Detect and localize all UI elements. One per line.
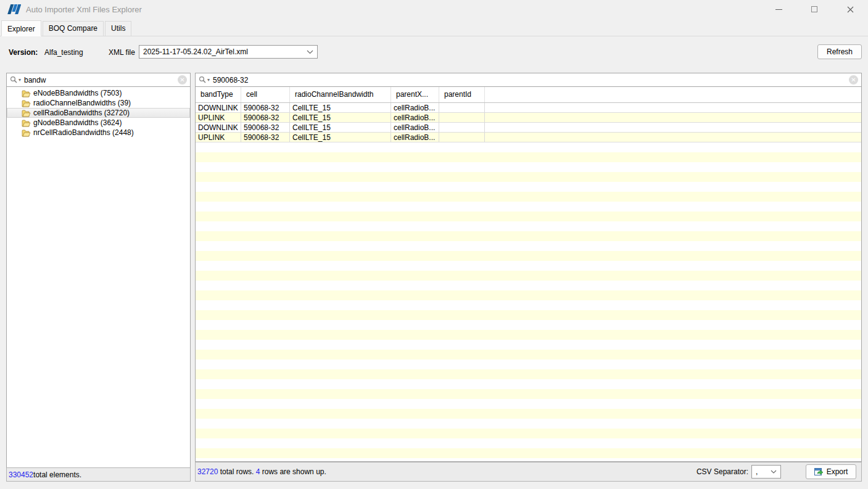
cell-parentx[interactable]: cellRadioB... bbox=[391, 113, 439, 123]
column-header-parentid[interactable]: parentId bbox=[439, 87, 485, 102]
cell-bandtype[interactable]: DOWNLINK bbox=[196, 123, 241, 133]
cell-bandtype[interactable]: UPLINK bbox=[196, 133, 241, 142]
tree-item-label: nrCellRadioBandwidths (2448) bbox=[33, 128, 134, 137]
search-icon[interactable]: ▾ bbox=[10, 76, 21, 84]
cell-parentx[interactable]: cellRadioB... bbox=[391, 103, 439, 113]
search-icon[interactable]: ▾ bbox=[199, 76, 210, 84]
xml-file-selected-value: 2025-11-17-05.24.02_AirTel.xml bbox=[143, 47, 248, 56]
tree-item[interactable]: nrCellRadioBandwidths (2448) bbox=[7, 128, 190, 138]
cell-radiochannelbandwidth[interactable]: CellLTE_15 bbox=[290, 103, 391, 113]
cell-filler bbox=[485, 113, 861, 123]
tree-status-bar: 330452 total elements. bbox=[6, 467, 191, 482]
export-icon bbox=[814, 467, 824, 476]
window-controls bbox=[761, 0, 868, 18]
close-button[interactable] bbox=[832, 0, 868, 18]
table-row[interactable]: DOWNLINK 590068-32 CellLTE_15 cellRadioB… bbox=[196, 103, 861, 113]
folder-icon bbox=[22, 109, 31, 117]
window-title: Auto Importer Xml Files Explorer bbox=[26, 5, 142, 14]
total-rows-label: total rows. bbox=[218, 467, 255, 476]
cell-parentid[interactable] bbox=[439, 113, 485, 123]
tab-bar: Explorer BOQ Compare Utils bbox=[0, 20, 868, 36]
export-button-label: Export bbox=[827, 467, 848, 476]
cell-parentid[interactable] bbox=[439, 123, 485, 133]
cell-radiochannelbandwidth[interactable]: CellLTE_15 bbox=[290, 113, 391, 123]
cell-bandtype[interactable]: UPLINK bbox=[196, 113, 241, 123]
tree-item-label: radioChannelBandwidths (39) bbox=[33, 99, 131, 107]
tab-boq-compare[interactable]: BOQ Compare bbox=[43, 21, 104, 36]
cell-parentx[interactable]: cellRadioB... bbox=[391, 133, 439, 142]
cell-cell[interactable]: 590068-32 bbox=[241, 123, 290, 133]
chevron-down-icon bbox=[307, 50, 313, 54]
cell-radiochannelbandwidth[interactable]: CellLTE_15 bbox=[290, 133, 391, 142]
tab-utils[interactable]: Utils bbox=[105, 21, 131, 36]
element-tree: eNodeBBandwidths (7503) radioChannelBand… bbox=[6, 86, 191, 468]
toolbar: Version: Alfa_testing XML file 2025-11-1… bbox=[0, 37, 868, 67]
version-label: Version: bbox=[9, 48, 38, 57]
total-elements-count: 330452 bbox=[9, 471, 33, 479]
folder-icon bbox=[22, 89, 31, 97]
cell-filler bbox=[485, 123, 861, 133]
folder-icon bbox=[22, 99, 31, 107]
table-header: bandType cell radioChannelBandwidth pare… bbox=[196, 87, 861, 103]
tree-item-selected[interactable]: cellRadioBandwidths (32720) bbox=[7, 108, 190, 118]
tree-item-label: gNodeBBandwidths (3624) bbox=[33, 118, 122, 127]
chevron-down-icon bbox=[771, 470, 777, 474]
table-status-bar: 32720 total rows. 4 rows are shown up. C… bbox=[195, 462, 862, 482]
csv-separator-select[interactable]: , bbox=[751, 465, 781, 479]
maximize-button[interactable] bbox=[796, 0, 832, 18]
tree-item-label: eNodeBBandwidths (7503) bbox=[33, 89, 122, 97]
minimize-button[interactable] bbox=[761, 0, 796, 18]
cell-bandtype[interactable]: DOWNLINK bbox=[196, 103, 241, 113]
table-search-box: ▾ ✕ bbox=[195, 73, 862, 87]
tree-search-input[interactable] bbox=[24, 74, 178, 86]
cell-cell[interactable]: 590068-32 bbox=[241, 113, 290, 123]
folder-icon bbox=[22, 129, 31, 137]
cell-filler bbox=[485, 133, 861, 142]
tree-item[interactable]: gNodeBBandwidths (3624) bbox=[7, 118, 190, 128]
column-header-cell[interactable]: cell bbox=[241, 87, 290, 102]
shown-rows-label: rows are shown up. bbox=[260, 467, 326, 476]
close-icon bbox=[847, 6, 854, 13]
cell-filler bbox=[485, 103, 861, 113]
cell-cell[interactable]: 590068-32 bbox=[241, 103, 290, 113]
app-logo-icon bbox=[6, 3, 21, 15]
column-header-radiochannelbandwidth[interactable]: radioChannelBandwidth bbox=[290, 87, 391, 102]
tab-explorer[interactable]: Explorer bbox=[1, 20, 41, 36]
column-header-parentx[interactable]: parentX... bbox=[391, 87, 439, 102]
results-table: bandType cell radioChannelBandwidth pare… bbox=[195, 86, 862, 462]
column-header-filler bbox=[485, 87, 861, 102]
cell-parentid[interactable] bbox=[439, 133, 485, 142]
table-row[interactable]: DOWNLINK 590068-32 CellLTE_15 cellRadioB… bbox=[196, 123, 861, 133]
tree-search-box: ▾ ✕ bbox=[6, 73, 191, 87]
csv-separator-value: , bbox=[756, 467, 758, 476]
export-button[interactable]: Export bbox=[806, 464, 856, 479]
refresh-button[interactable]: Refresh bbox=[817, 44, 862, 59]
cell-cell[interactable]: 590068-32 bbox=[241, 133, 290, 142]
clear-search-icon[interactable]: ✕ bbox=[849, 75, 858, 84]
csv-separator-label: CSV Separator: bbox=[696, 467, 748, 476]
cell-parentid[interactable] bbox=[439, 103, 485, 113]
total-rows-count: 32720 bbox=[197, 467, 218, 476]
folder-icon bbox=[22, 119, 31, 127]
xml-file-label: XML file bbox=[109, 48, 135, 57]
table-search-input[interactable] bbox=[213, 74, 849, 86]
cell-radiochannelbandwidth[interactable]: CellLTE_15 bbox=[290, 123, 391, 133]
xml-file-select[interactable]: 2025-11-17-05.24.02_AirTel.xml bbox=[139, 45, 318, 59]
cell-parentx[interactable]: cellRadioB... bbox=[391, 123, 439, 133]
table-row[interactable]: UPLINK 590068-32 CellLTE_15 cellRadioB..… bbox=[196, 113, 861, 123]
table-row[interactable]: UPLINK 590068-32 CellLTE_15 cellRadioB..… bbox=[196, 133, 861, 142]
title-bar: Auto Importer Xml Files Explorer bbox=[0, 0, 868, 18]
version-value: Alfa_testing bbox=[44, 48, 83, 57]
tree-item[interactable]: radioChannelBandwidths (39) bbox=[7, 98, 190, 108]
tree-item[interactable]: eNodeBBandwidths (7503) bbox=[7, 88, 190, 98]
total-elements-label: total elements. bbox=[33, 471, 81, 479]
clear-search-icon[interactable]: ✕ bbox=[178, 75, 187, 84]
column-header-bandtype[interactable]: bandType bbox=[196, 87, 241, 102]
tree-item-label: cellRadioBandwidths (32720) bbox=[33, 109, 130, 117]
refresh-button-label: Refresh bbox=[827, 47, 853, 56]
